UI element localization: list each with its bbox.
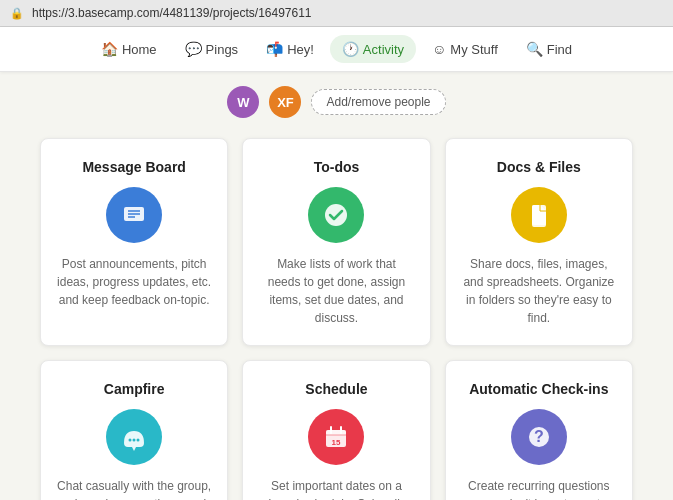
- nav-label-activity: Activity: [363, 42, 404, 57]
- tool-card-campfire[interactable]: Campfire Chat casually with the group, a…: [40, 360, 228, 500]
- nav-label-home: Home: [122, 42, 157, 57]
- tool-icon-campfire: [106, 409, 162, 465]
- add-people-button[interactable]: Add/remove people: [311, 89, 445, 115]
- nav-item-home[interactable]: 🏠Home: [89, 35, 169, 63]
- tool-title-automatic-checkins: Automatic Check-ins: [462, 381, 616, 397]
- tool-desc-schedule: Set important dates on a shared schedule…: [259, 477, 413, 500]
- tool-icon-docs-files: [511, 187, 567, 243]
- nav-icon-pings: 💬: [185, 41, 202, 57]
- lock-icon: 🔒: [10, 7, 24, 20]
- tool-desc-campfire: Chat casually with the group, ask random…: [57, 477, 211, 500]
- tool-icon-schedule: 15: [308, 409, 364, 465]
- nav-label-mystuff: My Stuff: [450, 42, 497, 57]
- nav-item-hey[interactable]: 📬Hey!: [254, 35, 326, 63]
- nav-item-pings[interactable]: 💬Pings: [173, 35, 251, 63]
- project-bar: WXFAdd/remove people: [0, 72, 673, 128]
- svg-text:?: ?: [534, 428, 544, 445]
- svg-point-4: [325, 204, 347, 226]
- tool-title-docs-files: Docs & Files: [462, 159, 616, 175]
- nav-label-hey: Hey!: [287, 42, 314, 57]
- tool-icon-message-board: [106, 187, 162, 243]
- nav-label-find: Find: [547, 42, 572, 57]
- tool-title-todos: To-dos: [259, 159, 413, 175]
- nav-item-find[interactable]: 🔍Find: [514, 35, 584, 63]
- tool-title-message-board: Message Board: [57, 159, 211, 175]
- nav-icon-activity: 🕐: [342, 41, 359, 57]
- avatar-w[interactable]: W: [227, 86, 259, 118]
- tool-card-message-board[interactable]: Message Board Post announcements, pitch …: [40, 138, 228, 346]
- tools-grid: Message Board Post announcements, pitch …: [40, 138, 633, 500]
- avatar-xf[interactable]: XF: [269, 86, 301, 118]
- tool-desc-message-board: Post announcements, pitch ideas, progres…: [57, 255, 211, 309]
- url-bar: https://3.basecamp.com/4481139/projects/…: [32, 6, 312, 20]
- main-content: Message Board Post announcements, pitch …: [0, 128, 673, 500]
- nav-icon-find: 🔍: [526, 41, 543, 57]
- tool-card-todos[interactable]: To-dos Make lists of work that needs to …: [242, 138, 430, 346]
- nav-icon-hey: 📬: [266, 41, 283, 57]
- nav-icon-home: 🏠: [101, 41, 118, 57]
- tool-card-schedule[interactable]: Schedule 15 Set important dates on a sha…: [242, 360, 430, 500]
- svg-point-6: [129, 439, 132, 442]
- svg-text:15: 15: [332, 438, 341, 447]
- tool-icon-automatic-checkins: ?: [511, 409, 567, 465]
- tool-title-campfire: Campfire: [57, 381, 211, 397]
- tool-desc-automatic-checkins: Create recurring questions so you don't …: [462, 477, 616, 500]
- svg-rect-10: [326, 430, 346, 435]
- tool-title-schedule: Schedule: [259, 381, 413, 397]
- nav-bar: 🏠Home💬Pings📬Hey!🕐Activity☺My Stuff🔍Find: [0, 27, 673, 72]
- nav-item-mystuff[interactable]: ☺My Stuff: [420, 35, 510, 63]
- tool-desc-todos: Make lists of work that needs to get don…: [259, 255, 413, 327]
- tool-card-docs-files[interactable]: Docs & Files Share docs, files, images, …: [445, 138, 633, 346]
- svg-point-7: [133, 439, 136, 442]
- browser-bar: 🔒 https://3.basecamp.com/4481139/project…: [0, 0, 673, 27]
- tool-card-automatic-checkins[interactable]: Automatic Check-ins ? Create recurring q…: [445, 360, 633, 500]
- nav-label-pings: Pings: [206, 42, 239, 57]
- nav-item-activity[interactable]: 🕐Activity: [330, 35, 416, 63]
- tool-desc-docs-files: Share docs, files, images, and spreadshe…: [462, 255, 616, 327]
- nav-icon-mystuff: ☺: [432, 41, 446, 57]
- tool-icon-todos: [308, 187, 364, 243]
- svg-point-8: [137, 439, 140, 442]
